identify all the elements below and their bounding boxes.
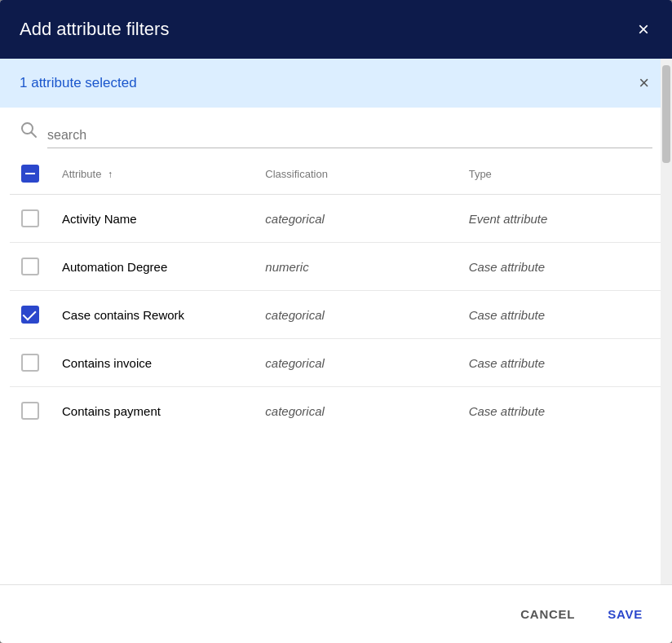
add-attribute-filters-dialog: Add attribute filters × 1 attribute sele…: [0, 0, 672, 643]
search-input[interactable]: [47, 128, 652, 143]
row-checkbox-cell[interactable]: [10, 195, 52, 243]
attribute-table: Attribute ↑ Classification Type Activity…: [10, 148, 662, 434]
dialog-header: Add attribute filters ×: [0, 0, 672, 59]
row-attribute-name: Contains payment: [52, 387, 255, 435]
row-checkbox-case-contains-rework[interactable]: [20, 304, 41, 325]
table-body: Activity NamecategoricalEvent attributeA…: [10, 195, 662, 435]
scrollbar-thumb[interactable]: [662, 65, 670, 163]
select-all-checkbox[interactable]: [20, 163, 41, 184]
clear-selection-button[interactable]: ×: [635, 69, 652, 97]
row-checkbox-activity-name[interactable]: [20, 208, 41, 229]
row-classification: numeric: [255, 243, 458, 291]
sort-icon: ↑: [108, 169, 113, 180]
dialog-footer: CANCEL SAVE: [0, 584, 672, 643]
row-classification: categorical: [255, 195, 458, 243]
row-attribute-name: Contains invoice: [52, 339, 255, 387]
row-checkbox-cell[interactable]: [10, 339, 52, 387]
row-checkbox-contains-payment[interactable]: [20, 400, 41, 421]
row-classification: categorical: [255, 339, 458, 387]
th-type: Type: [459, 148, 662, 195]
checked-icon: [21, 306, 39, 324]
unchecked-icon: [21, 354, 39, 372]
indeterminate-checkbox-icon: [21, 165, 39, 183]
unchecked-icon: [21, 402, 39, 420]
selection-count-text: 1 attribute selected: [20, 75, 137, 91]
row-type: Case attribute: [459, 387, 662, 435]
row-classification: categorical: [255, 387, 458, 435]
table-row: Contains invoicecategoricalCase attribut…: [10, 339, 662, 387]
search-input-wrap: [47, 128, 652, 148]
search-icon: [20, 121, 38, 148]
table-header-row: Attribute ↑ Classification Type: [10, 148, 662, 195]
row-checkbox-cell[interactable]: [10, 387, 52, 435]
th-attribute: Attribute ↑: [52, 148, 255, 195]
scrollbar-track[interactable]: [661, 59, 672, 584]
row-type: Case attribute: [459, 339, 662, 387]
row-attribute-name: Case contains Rework: [52, 291, 255, 339]
th-select-all[interactable]: [10, 148, 52, 195]
th-classification: Classification: [255, 148, 458, 195]
search-area: [0, 108, 672, 148]
table-row: Contains paymentcategoricalCase attribut…: [10, 387, 662, 435]
dialog-title: Add attribute filters: [20, 19, 169, 40]
row-checkbox-contains-invoice[interactable]: [20, 352, 41, 373]
row-type: Case attribute: [459, 243, 662, 291]
row-checkbox-cell[interactable]: [10, 291, 52, 339]
cancel-button[interactable]: CANCEL: [511, 601, 585, 628]
selection-banner: 1 attribute selected ×: [0, 59, 672, 108]
table-row: Automation DegreenumericCase attribute: [10, 243, 662, 291]
row-checkbox-cell[interactable]: [10, 243, 52, 291]
row-attribute-name: Automation Degree: [52, 243, 255, 291]
svg-line-1: [32, 133, 37, 138]
table-row: Activity NamecategoricalEvent attribute: [10, 195, 662, 243]
unchecked-icon: [21, 209, 39, 227]
dialog-close-button[interactable]: ×: [634, 16, 652, 42]
row-type: Event attribute: [459, 195, 662, 243]
save-button[interactable]: SAVE: [598, 601, 652, 628]
unchecked-icon: [21, 258, 39, 275]
row-classification: categorical: [255, 291, 458, 339]
row-type: Case attribute: [459, 291, 662, 339]
row-checkbox-automation-degree[interactable]: [20, 256, 41, 277]
table-area: Attribute ↑ Classification Type Activity…: [0, 148, 672, 584]
table-row: Case contains ReworkcategoricalCase attr…: [10, 291, 662, 339]
row-attribute-name: Activity Name: [52, 195, 255, 243]
